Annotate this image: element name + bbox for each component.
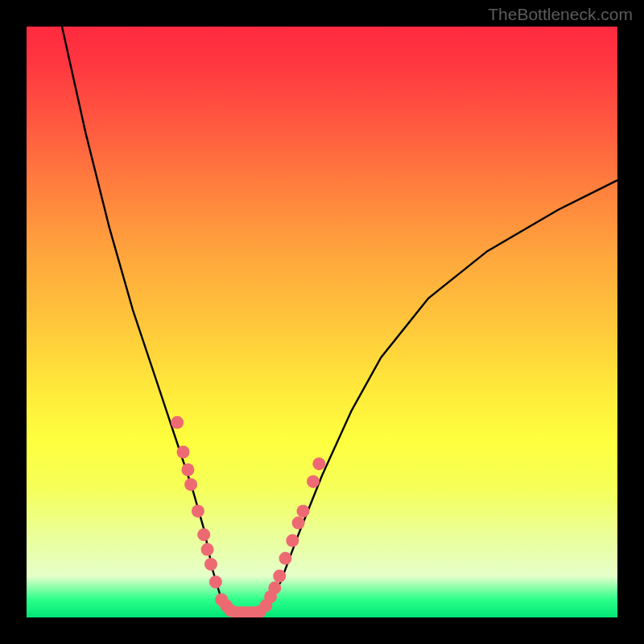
data-marker <box>279 552 292 565</box>
data-marker <box>292 517 305 530</box>
bottleneck-curve <box>62 27 617 617</box>
data-marker <box>268 581 281 594</box>
data-marker <box>192 505 204 518</box>
data-marker <box>204 558 217 571</box>
data-marker <box>209 576 222 588</box>
data-marker <box>181 464 194 477</box>
data-marker <box>171 416 184 429</box>
data-marker <box>201 543 214 556</box>
data-marker <box>273 570 286 583</box>
data-marker <box>297 505 310 518</box>
chart-overlay <box>27 27 617 617</box>
data-markers <box>171 416 325 617</box>
data-marker <box>307 475 320 488</box>
data-marker <box>312 457 325 470</box>
data-marker <box>197 528 210 541</box>
data-marker <box>177 446 190 459</box>
watermark-text: TheBottleneck.com <box>488 5 633 24</box>
data-marker <box>184 478 197 491</box>
data-marker <box>286 535 299 547</box>
